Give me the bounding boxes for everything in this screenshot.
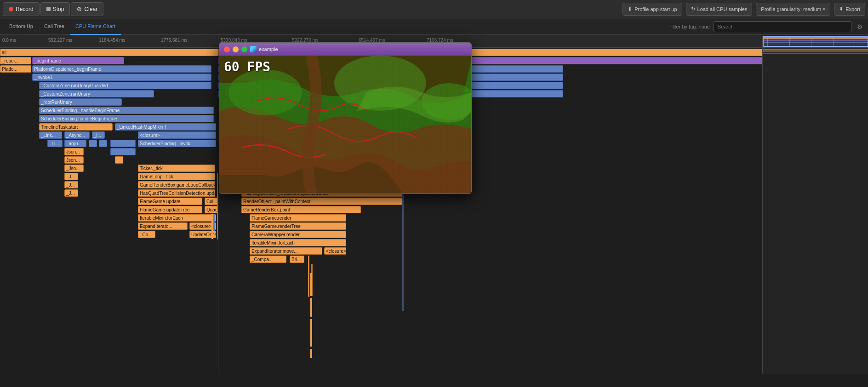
- filter-label: Filter by tag: none: [669, 24, 710, 29]
- left-flame-panel: 0.0 ms 592.227 ms 1184.454 ms 1776.681 m…: [0, 35, 218, 374]
- stop-button[interactable]: Stop: [40, 2, 70, 16]
- flame-bar[interactable]: _J...: [64, 189, 78, 197]
- flame-bar[interactable]: FlameGame.updateTree: [138, 206, 202, 213]
- flame-bar[interactable]: ExpandIterato...: [138, 222, 188, 230]
- flame-bar[interactable]: _Co...: [138, 231, 155, 238]
- app-window-title: example: [250, 46, 458, 52]
- flame-bar[interactable]: TimelineTask.start: [39, 123, 113, 131]
- flame-bar[interactable]: Bri...: [290, 256, 304, 263]
- flame-bar[interactable]: Ticker._tick: [138, 165, 215, 172]
- export-button[interactable]: ⬇ Export: [834, 3, 865, 16]
- flame-bar[interactable]: _J...: [64, 181, 78, 188]
- app-window-content: 60 FPS: [219, 56, 471, 194]
- left-flame-chart[interactable]: all _repor... _beginFrame Platfo... Plat…: [0, 48, 218, 374]
- flame-bar[interactable]: _repor...: [0, 57, 31, 64]
- flame-bar[interactable]: _l...: [92, 131, 105, 139]
- flame-bar[interactable]: _Compa...: [250, 256, 286, 263]
- flame-bar[interactable]: SchedulerBinding.handleBeginFrame: [39, 115, 214, 122]
- search-settings-icon[interactable]: ⚙: [855, 22, 864, 31]
- minimap-tick: [789, 36, 790, 47]
- flame-bar[interactable]: GameRenderBox.paint: [241, 206, 361, 213]
- flame-bar[interactable]: [110, 148, 136, 155]
- minimap-bar: [763, 51, 868, 52]
- clear-button[interactable]: ⊘ Clear: [71, 2, 103, 16]
- flame-bar[interactable]: _CustomZone.runUnary: [39, 90, 154, 97]
- minimap-tick: [811, 36, 811, 47]
- flame-bar[interactable]: <closure>: [324, 247, 346, 255]
- search-input[interactable]: [714, 21, 851, 32]
- flame-bar[interactable]: _rootRunUnary: [39, 98, 122, 106]
- flame-bar[interactable]: _Link...: [39, 131, 62, 139]
- thin-bar: [213, 214, 215, 231]
- profile-startup-icon: ⬆: [628, 6, 632, 12]
- flame-bar-all[interactable]: all: [0, 49, 218, 56]
- chevron-down-icon: ▾: [823, 7, 825, 11]
- minimap-side: [762, 48, 868, 374]
- flame-bar[interactable]: IterableMixin.forEach: [250, 239, 346, 246]
- record-button[interactable]: Record: [3, 2, 40, 16]
- flame-bar[interactable]: FlameGame.render: [250, 214, 346, 222]
- granularity-label: Profile granularity: medium: [761, 6, 821, 12]
- flame-bar[interactable]: <closure>: [138, 131, 216, 139]
- thin-bar: [217, 173, 218, 239]
- flame-bar[interactable]: _beginFrame: [32, 57, 124, 64]
- tab-bottom-up[interactable]: Bottom Up: [4, 18, 39, 35]
- flame-bar[interactable]: Json...: [64, 156, 84, 164]
- tab-cpu-flame-chart[interactable]: CPU Flame Chart: [70, 18, 121, 35]
- minimap-selection[interactable]: [763, 36, 868, 47]
- flame-bar[interactable]: _Async...: [64, 131, 90, 139]
- flame-bar[interactable]: _argu...: [64, 140, 86, 147]
- flame-bar[interactable]: HasQuadTreeCollisionDetection.update: [138, 189, 215, 197]
- clear-icon: ⊘: [77, 6, 82, 12]
- flame-bar[interactable]: Quad...: [205, 206, 217, 213]
- export-icon: ⬇: [839, 6, 843, 12]
- flame-bar[interactable]: _LinkedHashMapMixin.f: [115, 123, 216, 131]
- flame-bar[interactable]: GameLoop._tick: [138, 173, 215, 180]
- app-window-titlebar: example: [219, 43, 471, 56]
- tab-call-tree[interactable]: Call Tree: [39, 18, 70, 35]
- flame-bar[interactable]: ExpandIterator.move...: [250, 247, 322, 255]
- load-cpu-label: Load all CPU samples: [697, 6, 748, 12]
- game-terrain: 60 FPS: [219, 56, 471, 194]
- window-close-button[interactable]: [224, 46, 230, 52]
- secondary-toolbar: Bottom Up Call Tree CPU Flame Chart Filt…: [0, 18, 868, 35]
- record-icon: [9, 7, 13, 11]
- flame-bar[interactable]: CameraWrapper.render: [250, 231, 346, 238]
- stop-icon: [46, 7, 51, 11]
- window-maximize-button[interactable]: [241, 46, 247, 52]
- load-cpu-button[interactable]: ↻ Load all CPU samples: [686, 3, 753, 16]
- flame-bar[interactable]: GameRenderBox.gameLoopCallback: [138, 181, 215, 188]
- filter-area: Filter by tag: none ⚙: [669, 21, 864, 32]
- flame-bar[interactable]: [110, 140, 136, 147]
- thin-flame-bar: [310, 298, 312, 317]
- flame-bar[interactable]: Col...: [205, 198, 217, 205]
- flame-bar[interactable]: _invoke1: [32, 74, 211, 81]
- granularity-dropdown[interactable]: Profile granularity: medium ▾: [756, 3, 830, 16]
- thin-bar: [211, 214, 213, 239]
- flame-bar[interactable]: Json...: [64, 148, 84, 155]
- toolbar-right: ⬆ Profile app start up ↻ Load all CPU sa…: [622, 3, 865, 16]
- minimap-tick: [855, 36, 855, 47]
- minimap-tick: [767, 36, 768, 47]
- flame-bar[interactable]: _Jso...: [64, 165, 84, 172]
- flame-bar[interactable]: _Li...: [47, 140, 63, 147]
- ruler-mark-1: 592.227 ms: [48, 38, 72, 43]
- flame-bar[interactable]: RenderObject._paintWithContext: [241, 198, 402, 205]
- flame-bar[interactable]: [115, 156, 123, 164]
- flame-bar[interactable]: PlatformDispatcher._beginFrame: [32, 65, 211, 73]
- flame-bar[interactable]: SchedulerBinding._invok: [138, 140, 216, 147]
- flame-bar[interactable]: SchedulerBinding._handleBeginFrame: [39, 107, 214, 114]
- minimap-bar: [763, 49, 868, 51]
- flame-bar[interactable]: FlameGame.renderTree: [250, 222, 346, 230]
- flame-bar[interactable]: _J...: [64, 173, 78, 180]
- profile-startup-button[interactable]: ⬆ Profile app start up: [622, 3, 682, 16]
- app-overlay-window: example: [219, 42, 472, 194]
- flame-bar[interactable]: FlameGame.update: [138, 198, 202, 205]
- minimap-bar: [763, 53, 868, 54]
- window-minimize-button[interactable]: [233, 46, 239, 52]
- flame-bar[interactable]: ...: [99, 140, 107, 147]
- flame-bar[interactable]: Platfo...: [0, 65, 31, 73]
- flame-bar[interactable]: IterableMixin.forEach: [138, 214, 216, 222]
- flame-bar[interactable]: _CustomZone.runUnaryGuarded: [39, 82, 211, 89]
- flame-bar[interactable]: ...: [89, 140, 97, 147]
